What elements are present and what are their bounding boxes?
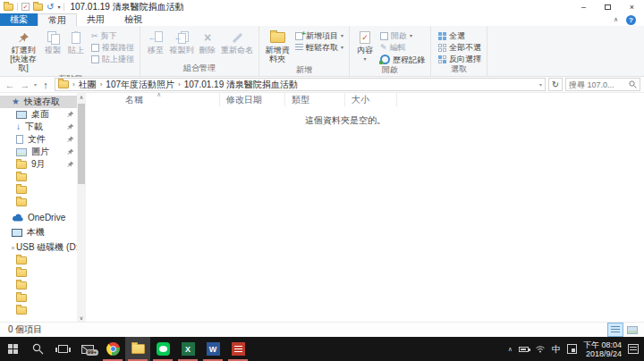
start-button[interactable] (0, 337, 25, 361)
new-item-button[interactable]: 新增項目 ▾ (295, 31, 343, 40)
taskbar-excel-button[interactable]: X (175, 337, 200, 361)
select-none-button[interactable]: 全部不選 (438, 43, 481, 52)
battery-icon[interactable] (519, 347, 529, 352)
sidebar-item-desktop[interactable]: 桌面 (0, 108, 77, 121)
copy-to-button[interactable]: ← 複製到 (167, 29, 196, 55)
close-button[interactable]: × (620, 0, 644, 13)
cut-button[interactable]: ✂ 剪下 (91, 31, 134, 40)
scroll-up-icon[interactable]: ∧ (80, 94, 83, 100)
taskbar-line-button[interactable] (150, 337, 175, 361)
task-view-button[interactable] (50, 337, 75, 361)
folder-icon (16, 294, 27, 302)
qat-undo-icon[interactable]: ↺ (47, 3, 54, 12)
paste-shortcut-button[interactable]: 貼上捷徑 (91, 55, 134, 63)
edit-button[interactable]: ✎ 編輯 (380, 43, 425, 52)
copy-path-button[interactable]: 複製路徑 (91, 43, 134, 52)
back-button[interactable]: ← (4, 80, 16, 90)
tab-view[interactable]: 檢視 (114, 13, 152, 26)
properties-button[interactable]: ✓ 內容 ▾ (353, 29, 377, 64)
sidebar-item-quick-access[interactable]: ★ 快速存取 (0, 96, 77, 108)
sidebar-item-folder[interactable] (0, 196, 77, 208)
network-icon[interactable] (535, 345, 546, 353)
ribbon-group-organize: ← 移至 ← 複製到 × 刪除 重新命名 組合管理 (140, 26, 259, 76)
qat-properties-icon[interactable]: ✓ (21, 3, 30, 11)
rename-button[interactable]: 重新命名 (219, 29, 255, 55)
sidebar-item-folder[interactable] (0, 171, 77, 183)
breadcrumb-item[interactable]: 107.01.19 清泉醫院捐血活動 (184, 79, 298, 91)
recent-locations-caret-icon[interactable]: ▾ (34, 81, 37, 88)
ribbon-group-open: ✓ 內容 ▾ 開啟 ▾ ✎ 編輯 歷程記錄 (350, 26, 431, 76)
move-to-icon: ← (149, 29, 163, 46)
select-all-button[interactable]: 全選 (438, 31, 481, 40)
pin-to-quick-access-button[interactable]: 釘選到 [快速存取] (5, 29, 41, 73)
sidebar-item-this-pc[interactable]: 本機 (0, 226, 77, 239)
taskbar-chrome-button[interactable] (100, 337, 125, 361)
window-title: 107.01.19 清泉醫院捐血活動 (70, 1, 183, 13)
sidebar-item-folder[interactable] (0, 266, 77, 279)
breadcrumb-separator-icon: › (177, 80, 182, 88)
sidebar-item-downloads[interactable]: ↓ 下載 (0, 121, 77, 133)
item-count: 0 個項目 (8, 323, 42, 336)
onedrive-icon (12, 214, 23, 222)
taskbar-red-app-button[interactable] (225, 337, 250, 361)
dropdown-caret-icon: ▾ (364, 55, 367, 63)
search-input[interactable] (569, 80, 629, 89)
breadcrumb-item[interactable]: 107年度活動照片 (106, 79, 174, 91)
column-header-name[interactable]: 名稱 (86, 93, 220, 106)
invert-selection-icon (438, 55, 446, 63)
tab-home[interactable]: 常用 (38, 13, 77, 26)
move-to-button[interactable]: ← 移至 (144, 29, 167, 55)
open-button[interactable]: 開啟 ▾ (380, 31, 425, 40)
taskbar-clock[interactable]: 下午 08:04 2018/9/24 (583, 340, 622, 358)
refresh-button[interactable]: ↻ (548, 78, 563, 91)
sidebar-scrollbar-thumb[interactable] (78, 104, 85, 184)
delete-button[interactable]: × 刪除 (196, 29, 219, 55)
taskbar-word-button[interactable]: W (200, 337, 225, 361)
history-button[interactable]: 歷程記錄 (380, 55, 425, 64)
mail-notification-button[interactable]: 99+ (75, 337, 100, 361)
address-bar[interactable]: › 社團 › 107年度活動照片 › 107.01.19 清泉醫院捐血活動 ▾ (55, 78, 546, 91)
forward-button[interactable]: → (19, 80, 31, 90)
action-center-icon[interactable] (628, 344, 639, 354)
column-header-date[interactable]: 修改日期 (220, 93, 285, 106)
easy-access-button[interactable]: 輕鬆存取 ▾ (295, 43, 343, 52)
invert-selection-button[interactable]: 反向選擇 (438, 55, 481, 63)
sidebar-item-documents[interactable]: 文件 (0, 133, 77, 146)
breadcrumb-item[interactable]: 社團 (79, 79, 97, 91)
sidebar-item-folder[interactable] (0, 279, 77, 291)
qat-customize-caret-icon[interactable]: ▾ (57, 4, 60, 10)
quick-access-toolbar: ✓ ↺ ▾ (4, 3, 64, 12)
up-button[interactable]: ↑ (39, 80, 52, 90)
sidebar-item-folder[interactable] (0, 254, 77, 266)
new-folder-button[interactable]: 新增資料夾 (263, 29, 292, 64)
maximize-button[interactable] (596, 0, 620, 13)
sidebar-item-folder[interactable] (0, 291, 77, 304)
paste-button[interactable]: 貼上 (64, 29, 88, 55)
qat-new-folder-icon[interactable] (33, 4, 43, 11)
tab-file[interactable]: 檔案 (0, 13, 38, 26)
copy-button[interactable]: 複製 (41, 29, 64, 55)
ime-language-indicator[interactable]: 中 (552, 343, 561, 356)
sidebar-item-usb-drive[interactable]: USB 磁碟機 (D:) (0, 241, 77, 254)
ime-mode-icon[interactable] (567, 344, 577, 354)
hidden-icons-caret-icon[interactable]: ∧ (508, 346, 513, 353)
column-header-size[interactable]: 大小 (345, 93, 397, 106)
sidebar-item-onedrive[interactable]: OneDrive (0, 211, 77, 223)
column-header-type[interactable]: 類型 (285, 93, 345, 106)
empty-folder-message: 這個資料夾是空的。 (86, 114, 605, 127)
sidebar-item-month-folder[interactable]: 9月 (0, 158, 77, 171)
large-icons-view-button[interactable] (625, 323, 640, 336)
address-dropdown-caret-icon[interactable]: ▾ (539, 81, 542, 88)
scroll-down-icon[interactable]: ∨ (80, 315, 83, 321)
details-view-button[interactable] (608, 323, 623, 336)
sidebar-item-folder[interactable] (0, 304, 77, 316)
taskbar-search-button[interactable] (25, 337, 50, 361)
sidebar-item-pictures[interactable]: 圖片 (0, 146, 77, 158)
collapse-ribbon-icon[interactable]: ∧ (614, 16, 618, 23)
tab-share[interactable]: 共用 (77, 13, 114, 26)
taskbar-explorer-button[interactable] (125, 337, 150, 361)
folder-icon (16, 256, 27, 264)
help-icon[interactable]: ? (626, 15, 636, 25)
minimize-button[interactable]: – (572, 0, 596, 13)
sidebar-item-folder[interactable] (0, 183, 77, 196)
